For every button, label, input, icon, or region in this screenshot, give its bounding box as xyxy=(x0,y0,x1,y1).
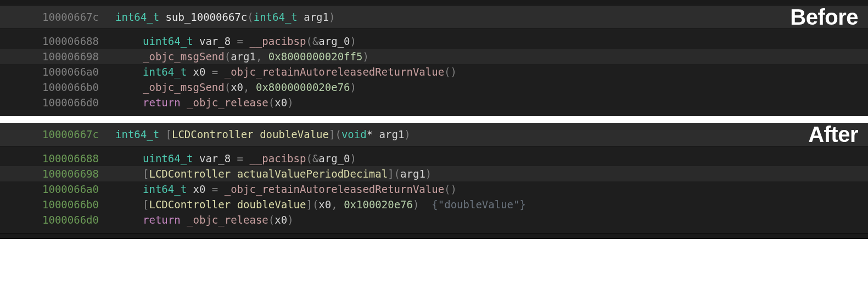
code-token: ]( xyxy=(306,198,318,210)
code-token: x0 xyxy=(275,96,287,109)
code-token: uint64_t xyxy=(143,35,193,47)
code-token: var_8 xyxy=(193,152,237,164)
code-token: arg_0 xyxy=(318,152,350,164)
function-header-row[interactable]: 10000667c int64_t [LCDController doubleV… xyxy=(0,123,868,146)
code-body-after: 100006688uint64_t var_8 = __pacibsp(&arg… xyxy=(0,146,868,234)
code-content: return _objc_release(x0) xyxy=(115,214,868,226)
function-name[interactable]: sub_10000667c xyxy=(166,11,248,23)
code-line[interactable]: 1000066d0return _objc_release(x0) xyxy=(0,95,868,110)
code-token: __pacibsp xyxy=(249,152,306,164)
code-line[interactable]: 100006688uint64_t var_8 = __pacibsp(&arg… xyxy=(0,33,868,49)
code-token: _objc_msgSend xyxy=(143,81,225,93)
code-token: (& xyxy=(306,35,318,47)
address-column: 10000667c xyxy=(0,128,110,140)
after-panel: 10000667c int64_t [LCDController doubleV… xyxy=(0,123,868,239)
before-panel: 10000667c int64_t sub_10000667c(int64_t … xyxy=(0,0,868,116)
code-content: [LCDController doubleValue](x0, 0x100020… xyxy=(115,198,868,210)
code-line[interactable]: 1000066b0_objc_msgSend(x0, 0x8000000020e… xyxy=(0,79,868,95)
address-value: 1000066d0 xyxy=(42,96,99,109)
address-column: 1000066a0 xyxy=(0,66,110,78)
code-token: () xyxy=(444,183,457,195)
address-value: 1000066d0 xyxy=(42,214,99,226)
return-type: int64_t xyxy=(115,128,159,140)
code-token: uint64_t xyxy=(143,152,193,164)
panel-divider xyxy=(0,116,868,123)
code-token: [ xyxy=(143,168,149,180)
objc-class[interactable]: LCDController xyxy=(172,128,254,140)
code-token: , xyxy=(243,81,256,93)
code-content: [LCDController actualValuePeriodDecimal]… xyxy=(115,168,868,180)
code-token: ]( xyxy=(388,168,400,180)
code-token: _objc_msgSend xyxy=(143,50,225,62)
code-token: return xyxy=(143,96,187,109)
code-line[interactable]: 100006698_objc_msgSend(arg1, 0x800000002… xyxy=(0,49,868,64)
code-token: = xyxy=(212,66,225,78)
code-token: ) xyxy=(350,152,356,164)
code-token xyxy=(231,168,237,180)
code-line[interactable]: 1000066a0int64_t x0 = _objc_retainAutore… xyxy=(0,181,868,197)
code-token: {"doubleValue"} xyxy=(432,198,526,210)
code-token: ) xyxy=(362,50,368,62)
code-token: x0 xyxy=(187,66,212,78)
code-token: doubleValue xyxy=(237,198,306,210)
function-signature: int64_t [LCDController doubleValue](void… xyxy=(115,128,868,140)
address-value: 1000066a0 xyxy=(42,183,99,195)
code-content: int64_t x0 = _objc_retainAutoreleasedRet… xyxy=(115,66,868,78)
code-token: 0x8000000020e76 xyxy=(256,81,350,93)
address-column: 100006688 xyxy=(0,35,110,47)
code-token: = xyxy=(237,152,250,164)
code-line[interactable]: 1000066b0[LCDController doubleValue](x0,… xyxy=(0,197,868,212)
address-column: 10000667c xyxy=(0,11,110,23)
code-token: () xyxy=(444,66,457,78)
code-token: ) xyxy=(287,214,293,226)
code-body-before: 100006688uint64_t var_8 = __pacibsp(&arg… xyxy=(0,29,868,116)
code-line[interactable]: 100006698[LCDController actualValuePerio… xyxy=(0,166,868,181)
code-token: 0x100020e76 xyxy=(344,198,413,210)
code-token: x0 xyxy=(275,214,287,226)
code-token: ) xyxy=(413,198,432,210)
code-token: int64_t xyxy=(143,66,187,78)
arg-type: int64_t xyxy=(254,11,298,23)
panel-bottom-border xyxy=(0,234,868,239)
arg-name: arg1 xyxy=(379,128,405,140)
code-token: [ xyxy=(143,198,149,210)
address-value: 100006688 xyxy=(42,35,99,47)
code-token: = xyxy=(212,183,225,195)
code-token: LCDController xyxy=(149,198,231,210)
code-token: x0 xyxy=(318,198,331,210)
code-token: _objc_retainAutoreleasedReturnValue xyxy=(225,66,444,78)
code-token: _objc_retainAutoreleasedReturnValue xyxy=(225,183,444,195)
code-line[interactable]: 1000066a0int64_t x0 = _objc_retainAutore… xyxy=(0,64,868,79)
code-token: x0 xyxy=(231,81,243,93)
before-badge: Before xyxy=(790,5,858,30)
code-token: (& xyxy=(306,152,318,164)
address-value: 10000667c xyxy=(42,11,99,23)
address-value: 1000066b0 xyxy=(42,81,99,93)
objc-method[interactable]: doubleValue xyxy=(260,128,329,140)
return-type: int64_t xyxy=(115,11,159,23)
code-token: __pacibsp xyxy=(249,35,306,47)
address-column: 1000066b0 xyxy=(0,198,110,210)
code-token: x0 xyxy=(187,183,212,195)
code-token: return xyxy=(143,214,187,226)
code-token: , xyxy=(256,50,268,62)
code-token: _objc_release xyxy=(187,214,268,226)
code-token: ( xyxy=(225,50,231,62)
code-token: ) xyxy=(350,35,356,47)
code-token: ( xyxy=(268,96,275,109)
code-token: ( xyxy=(225,81,231,93)
code-token: ) xyxy=(425,168,432,180)
code-line[interactable]: 1000066d0return _objc_release(x0) xyxy=(0,212,868,227)
code-content: return _objc_release(x0) xyxy=(115,96,868,109)
panel-top-border xyxy=(0,0,868,5)
code-content: _objc_msgSend(arg1, 0x8000000020ff5) xyxy=(115,50,868,62)
address-value: 1000066b0 xyxy=(42,198,99,210)
function-header-row[interactable]: 10000667c int64_t sub_10000667c(int64_t … xyxy=(0,5,868,29)
code-token: int64_t xyxy=(143,183,187,195)
code-token: ) xyxy=(350,81,356,93)
code-line[interactable]: 100006688uint64_t var_8 = __pacibsp(&arg… xyxy=(0,151,868,166)
code-token: _objc_release xyxy=(187,96,268,109)
code-token: 0x8000000020ff5 xyxy=(268,50,363,62)
address-value: 1000066a0 xyxy=(42,66,99,78)
address-column: 1000066d0 xyxy=(0,214,110,226)
